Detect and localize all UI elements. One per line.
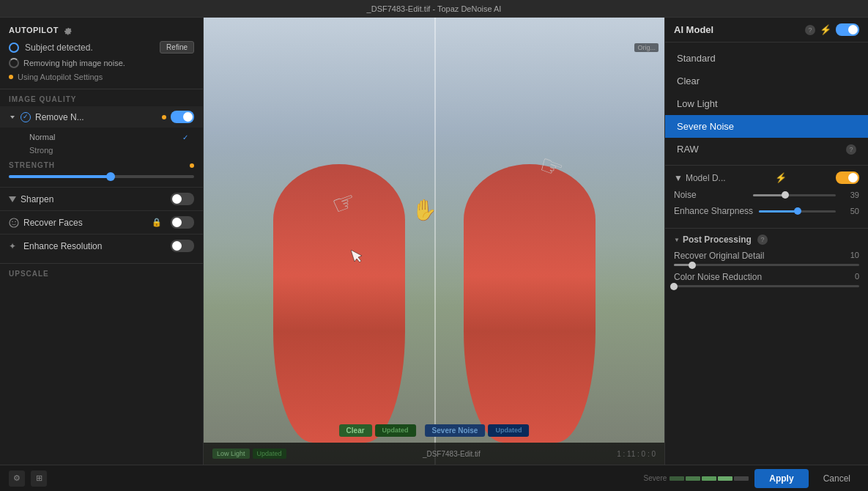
lightning-icon: ⚡ <box>820 24 831 35</box>
color-noise-thumb[interactable] <box>670 283 678 290</box>
color-noise-value: 0 <box>855 272 859 282</box>
post-processing-question-icon[interactable]: ? <box>757 235 768 245</box>
recover-faces-row: Recover Faces 🔒 <box>0 210 203 234</box>
strength-slider-fill <box>9 175 111 178</box>
noise-slider-thumb[interactable] <box>782 191 789 199</box>
noise-row: Removing high image noise. <box>9 58 194 68</box>
model-raw[interactable]: RAW ? <box>665 138 868 160</box>
right-panel: AI Model ? ⚡ Standard Clear Low Light Se… <box>664 18 868 465</box>
noise-text: Removing high image noise. <box>23 59 125 67</box>
dot-yellow-icon <box>162 115 166 119</box>
recover-detail-row: Recover Original Detail 10 <box>674 251 859 266</box>
model-detail-section: ▼ Model D... ⚡ Noise 39 Enhance Sharpnes… <box>665 166 868 229</box>
ai-model-header: AI Model ? ⚡ <box>665 18 868 43</box>
refine-button[interactable]: Refine <box>160 41 194 53</box>
sev-3 <box>702 476 716 481</box>
recover-detail-value: 10 <box>850 251 859 261</box>
check-mark: ✓ <box>182 133 188 141</box>
sev-2 <box>686 476 700 481</box>
sharpen-label: Sharpen <box>21 194 166 204</box>
svg-point-0 <box>10 218 18 227</box>
window-title: _DSF7483-Edit.tif - Topaz DeNoise AI <box>367 4 502 13</box>
svg-point-2 <box>15 221 16 222</box>
remove-noise-row: Remove N... <box>0 106 203 128</box>
sev-5 <box>734 476 749 481</box>
ai-model-list: Standard Clear Low Light Severe Noise RA… <box>665 43 868 166</box>
strong-option[interactable]: Strong <box>23 144 194 157</box>
updated-blue-badge: Updated <box>488 424 529 437</box>
chevron-expand-icon: ▼ <box>674 173 683 183</box>
apply-button[interactable]: Apply <box>754 469 808 488</box>
upscale-section: UPSCALE <box>0 263 203 287</box>
model-detail-toggle[interactable] <box>836 171 859 184</box>
low-light-label: Low Light <box>677 98 718 109</box>
center-badges: Clear Updated Severe Noise Updated <box>339 424 530 437</box>
strength-label-row: STRENGTH <box>9 161 194 169</box>
face-icon <box>9 218 19 228</box>
lightning-model-icon: ⚡ <box>775 172 787 183</box>
post-processing-header: ▼ Post Processing ? <box>674 235 859 245</box>
gear-icon[interactable] <box>63 25 73 35</box>
dot-icon <box>9 75 13 79</box>
autopilot-header: AUTOPILOT <box>9 25 194 35</box>
sparkle-icon: ✦ <box>9 241 16 251</box>
subject-detected-text: Subject detected. <box>25 43 93 53</box>
sharpen-toggle[interactable] <box>171 193 194 205</box>
model-standard[interactable]: Standard <box>665 47 868 70</box>
sharpness-value: 50 <box>842 207 859 215</box>
strength-slider-thumb[interactable] <box>106 172 115 181</box>
noise-param-label: Noise <box>674 190 747 200</box>
center-image-area: Orig... ☞ ☜ ✋ Clear Updated Severe Noise… <box>204 18 664 465</box>
recover-faces-toggle[interactable] <box>171 216 194 229</box>
recover-detail-label-row: Recover Original Detail 10 <box>674 251 859 261</box>
post-processing-title: Post Processing <box>683 235 752 245</box>
enhance-resolution-label: Enhance Resolution <box>23 241 166 251</box>
sharpness-slider-thumb[interactable] <box>794 207 801 215</box>
recover-detail-label: Recover Original Detail <box>674 251 764 261</box>
enhance-resolution-toggle[interactable] <box>171 240 194 252</box>
severe-noise-badge: Severe Noise <box>425 424 486 437</box>
split-line <box>434 18 436 465</box>
hand-cursor-icon: ✋ <box>412 198 437 222</box>
model-clear[interactable]: Clear <box>665 70 868 92</box>
upscale-label: UPSCALE <box>9 270 194 281</box>
mouse-cursor-icon <box>351 250 363 268</box>
normal-option[interactable]: Normal ✓ <box>23 130 194 144</box>
raw-question-icon[interactable]: ? <box>846 144 856 155</box>
cancel-button[interactable]: Cancel <box>815 469 859 488</box>
autopilot-settings-row: Using Autopilot Settings <box>9 73 194 81</box>
color-noise-slider[interactable] <box>674 285 859 287</box>
severity-label: Severe <box>644 474 667 482</box>
coords-text: 1 : 11 : 0 : 0 <box>617 450 656 458</box>
chevron-icon <box>9 114 16 121</box>
remove-noise-label: Remove N... <box>35 112 157 122</box>
noise-slider[interactable] <box>753 194 836 196</box>
sev-4 <box>718 476 732 481</box>
recover-detail-thumb[interactable] <box>689 262 696 269</box>
sharpness-slider[interactable] <box>759 210 836 213</box>
noise-param-row: Noise 39 <box>674 190 859 200</box>
spinner-icon <box>9 58 19 68</box>
settings-icon-btn[interactable]: ⚙ <box>9 470 25 487</box>
enhance-resolution-row: ✦ Enhance Resolution <box>0 234 203 257</box>
question-mark-icon[interactable]: ? <box>805 25 815 35</box>
model-low-light[interactable]: Low Light <box>665 92 868 115</box>
lock-icon: 🔒 <box>152 218 162 227</box>
low-light-badge: Low Light <box>212 448 250 459</box>
bottom-left-badges: Low Light Updated <box>212 448 286 459</box>
check-circle-icon <box>21 112 31 122</box>
subject-dot-icon <box>9 43 19 53</box>
normal-option-row: Normal ✓ Strong <box>0 128 203 158</box>
remove-noise-toggle[interactable] <box>171 111 194 123</box>
ai-model-power-toggle[interactable] <box>836 23 859 36</box>
layout-icon-btn[interactable]: ⊞ <box>31 470 47 487</box>
updated-badge: Updated <box>375 424 416 437</box>
strength-slider[interactable] <box>9 175 194 178</box>
model-severe-noise[interactable]: Severe Noise <box>665 115 868 138</box>
ai-model-title: AI Model <box>674 24 801 35</box>
severity-indicator: Severe <box>644 474 749 482</box>
sharpness-slider-fill <box>759 210 797 213</box>
chevron-pp-icon: ▼ <box>674 237 680 243</box>
top-bar: _DSF7483-Edit.tif - Topaz DeNoise AI <box>0 0 868 18</box>
recover-detail-slider[interactable] <box>674 264 859 266</box>
